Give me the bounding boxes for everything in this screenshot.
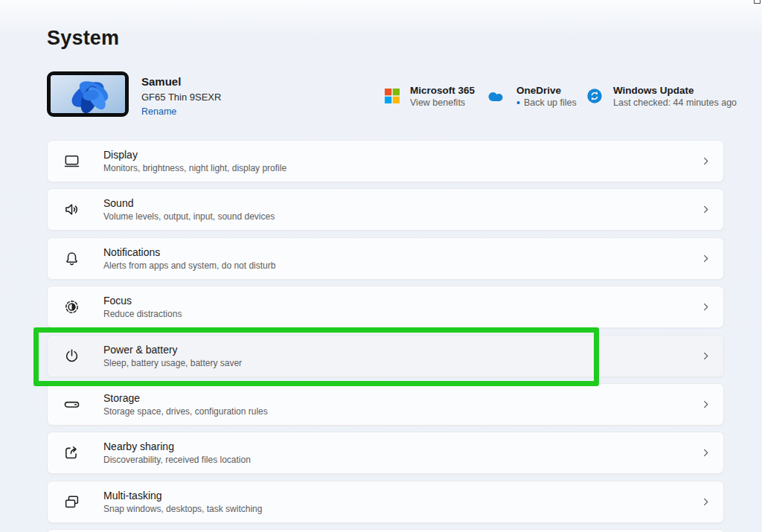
- device-name: Samuel: [141, 75, 221, 88]
- chevron-right-icon: [700, 156, 711, 167]
- settings-row-display[interactable]: Display Monitors, brightness, night ligh…: [47, 140, 724, 182]
- chevron-right-icon: [700, 447, 711, 458]
- row-subtitle: Snap windows, desktops, task switching: [103, 504, 262, 514]
- row-subtitle: Reduce distractions: [103, 309, 182, 319]
- chevron-right-icon: [700, 496, 711, 507]
- chevron-right-icon: [700, 350, 711, 362]
- row-title: Focus: [103, 295, 182, 307]
- storage-icon: [63, 396, 80, 413]
- settings-row-focus[interactable]: Focus Reduce distractions: [47, 286, 724, 328]
- power-icon: [63, 347, 80, 365]
- chevron-right-icon: [700, 399, 711, 410]
- settings-row-multi-tasking[interactable]: Multi-tasking Snap windows, desktops, ta…: [47, 481, 724, 523]
- settings-row-partial[interactable]: [47, 529, 724, 532]
- onedrive-icon: [485, 89, 506, 103]
- row-subtitle: Alerts from apps and system, do not dist…: [103, 260, 275, 271]
- rename-link[interactable]: Rename: [141, 106, 221, 117]
- row-title: Multi-tasking: [103, 490, 262, 501]
- chevron-right-icon: [700, 301, 711, 313]
- row-title: Nearby sharing: [103, 440, 251, 452]
- windows-bloom-image: [51, 75, 125, 113]
- chevron-right-icon: [700, 204, 711, 215]
- microsoft-365-icon: [385, 89, 400, 103]
- quick-card-subtitle: • Back up files: [516, 97, 577, 108]
- row-title: Notifications: [103, 246, 275, 258]
- page-title: System: [47, 27, 119, 50]
- display-icon: [63, 153, 80, 170]
- nearby-sharing-icon: [63, 444, 80, 461]
- row-subtitle: Discoverability, received files location: [103, 455, 251, 465]
- settings-row-nearby-sharing[interactable]: Nearby sharing Discoverability, received…: [47, 432, 724, 474]
- notifications-icon: [63, 250, 80, 267]
- row-subtitle: Sleep, battery usage, battery saver: [103, 358, 242, 368]
- row-subtitle: Monitors, brightness, night light, displ…: [103, 163, 286, 173]
- window-control-fragment-icon: [754, 0, 761, 4]
- settings-row-storage[interactable]: Storage Storage space, drives, configura…: [47, 383, 724, 426]
- quick-card-title: Microsoft 365: [410, 85, 475, 96]
- device-info: Samuel GF65 Thin 9SEXR Rename: [141, 75, 221, 117]
- bullet-dot: •: [516, 99, 520, 106]
- quick-card-subtitle: View benefits: [410, 97, 475, 108]
- windows-update-icon: [586, 88, 603, 104]
- row-title: Storage: [103, 392, 268, 404]
- quick-card-onedrive[interactable]: OneDrive • Back up files: [485, 80, 577, 112]
- row-title: Power & battery: [103, 344, 242, 356]
- device-model: GF65 Thin 9SEXR: [141, 92, 221, 103]
- settings-row-power-battery[interactable]: Power & battery Sleep, battery usage, ba…: [47, 335, 724, 377]
- sound-icon: [63, 201, 80, 218]
- settings-row-sound[interactable]: Sound Volume levels, output, input, soun…: [47, 188, 724, 231]
- quick-card-windows-update[interactable]: Windows Update Last checked: 44 minutes …: [586, 80, 737, 112]
- row-title: Display: [103, 149, 286, 161]
- chevron-right-icon: [700, 253, 711, 264]
- row-subtitle: Storage space, drives, configuration rul…: [103, 406, 268, 417]
- row-subtitle: Volume levels, output, input, sound devi…: [103, 211, 275, 222]
- settings-row-notifications[interactable]: Notifications Alerts from apps and syste…: [47, 237, 724, 280]
- quick-card-subtitle: Last checked: 44 minutes ago: [613, 97, 737, 108]
- system-settings-page: System Samuel GF65 Thin 9SEXR Rename: [0, 0, 762, 532]
- multitasking-icon: [63, 493, 80, 510]
- quick-card-title: Windows Update: [613, 85, 737, 96]
- focus-icon: [63, 298, 80, 315]
- device-thumbnail: [47, 71, 129, 117]
- quick-card-microsoft-365[interactable]: Microsoft 365 View benefits: [385, 80, 475, 112]
- settings-list: Display Monitors, brightness, night ligh…: [47, 140, 724, 532]
- row-title: Sound: [103, 197, 275, 209]
- quick-card-title: OneDrive: [516, 85, 577, 96]
